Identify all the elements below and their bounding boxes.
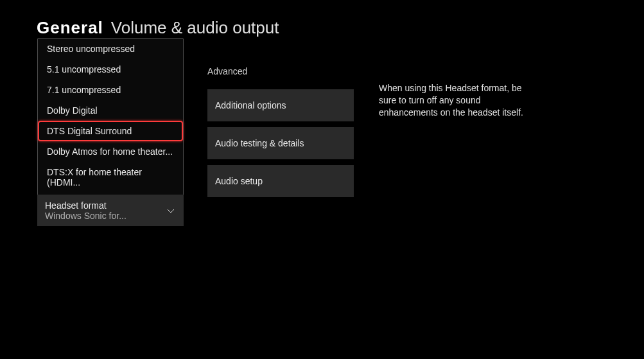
advanced-section: Advanced Additional options Audio testin… [207,66,354,203]
additional-options-button[interactable]: Additional options [207,89,354,121]
headset-format-info-text: When using this Headset format, be sure … [379,82,527,119]
audio-testing-details-button[interactable]: Audio testing & details [207,127,354,159]
dropdown-item-dolby-atmos-home-theater[interactable]: Dolby Atmos for home theater... [38,141,183,162]
dropdown-item-dtsx-home-theater[interactable]: DTS:X for home theater (HDMI... [38,162,183,193]
page-title: Volume & audio output [111,18,279,38]
audio-format-dropdown-list: Stereo uncompressed 5.1 uncompressed 7.1… [37,38,184,214]
audio-setup-button[interactable]: Audio setup [207,165,354,197]
dropdown-item-7-1-uncompressed[interactable]: 7.1 uncompressed [38,80,183,100]
chevron-down-icon [167,205,175,216]
dropdown-item-stereo-uncompressed[interactable]: Stereo uncompressed [38,39,183,59]
headset-format-value: Windows Sonic for... [45,211,176,221]
dropdown-item-5-1-uncompressed[interactable]: 5.1 uncompressed [38,59,183,80]
headset-format-select[interactable]: Headset format Windows Sonic for... [37,195,184,226]
header-category: General [37,18,103,38]
advanced-heading: Advanced [207,66,354,76]
headset-format-label: Headset format [45,200,176,211]
dropdown-item-dolby-digital[interactable]: Dolby Digital [38,100,183,121]
page-header: General Volume & audio output [37,18,279,38]
dropdown-item-dts-digital-surround[interactable]: DTS Digital Surround [38,121,183,141]
